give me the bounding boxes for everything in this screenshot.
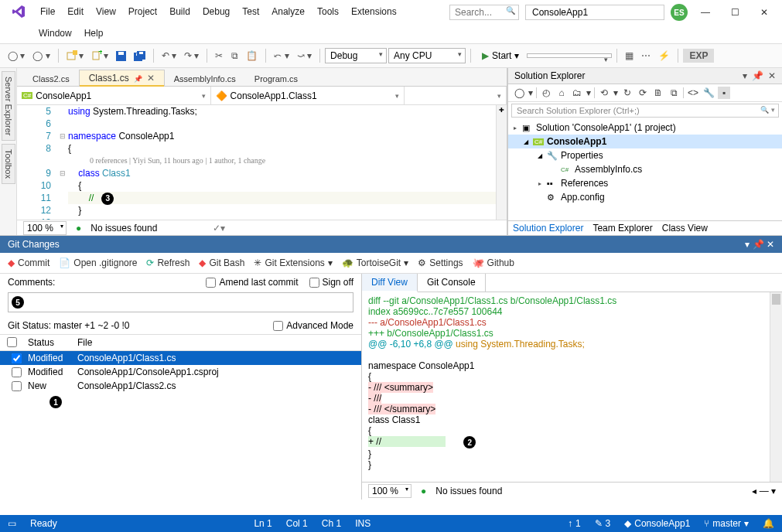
file-row[interactable]: New ConsoleApp1/Class2.cs xyxy=(0,379,361,393)
nav-type-combo[interactable]: 🔶ConsoleApp1.Class1 xyxy=(211,87,405,104)
commit-message-input[interactable]: 5 xyxy=(8,292,353,312)
file-row[interactable]: Modified ConsoleApp1/ConsoleApp1.csproj xyxy=(0,365,361,379)
tab-git-console[interactable]: Git Console xyxy=(418,274,486,292)
menu-help[interactable]: Help xyxy=(78,25,110,42)
menu-file[interactable]: File xyxy=(34,3,61,20)
refresh-button[interactable]: ⟳Refresh xyxy=(146,257,190,268)
tab-solution-explorer[interactable]: Solution Explorer xyxy=(513,223,583,234)
amend-checkbox[interactable]: Amend last commit xyxy=(206,277,298,288)
step-back-button[interactable]: ⤺ ▾ xyxy=(271,49,292,63)
collapse-icon[interactable]: 🗂 xyxy=(571,87,583,99)
solution-name-box[interactable]: ConsoleApp1 xyxy=(525,5,664,20)
show-all-icon[interactable]: ↻ xyxy=(621,87,633,99)
save-button[interactable] xyxy=(113,49,129,63)
quick-search-input[interactable]: Search... xyxy=(449,5,519,20)
zoom-combo[interactable]: 100 % xyxy=(23,221,67,235)
status-branch[interactable]: ⑂master ▾ xyxy=(704,518,749,529)
close-tab-icon[interactable]: ✕ xyxy=(147,73,155,84)
server-explorer-tab[interactable]: Server Explorer xyxy=(2,71,15,141)
sync-icon[interactable]: ◴ xyxy=(540,87,552,99)
col-status[interactable]: Status xyxy=(23,335,73,350)
toolbar-icon-2[interactable]: ⋯ xyxy=(638,49,654,63)
diff-scrollbar[interactable] xyxy=(770,292,782,482)
menu-project[interactable]: Project xyxy=(122,3,163,20)
github-button[interactable]: 🐙Github xyxy=(473,257,514,268)
tab-diff-view[interactable]: Diff View xyxy=(362,274,418,292)
redo-button[interactable]: ↷ ▾ xyxy=(181,49,202,63)
files-icon[interactable]: 🗎 xyxy=(652,87,664,99)
menu-test[interactable]: Test xyxy=(236,3,265,20)
settings-button[interactable]: ⚙Settings xyxy=(418,257,463,268)
launch-target-combo[interactable] xyxy=(527,53,612,58)
tab-class1[interactable]: Class1.cs📌✕ xyxy=(79,70,165,86)
minimize-button[interactable]: — xyxy=(694,3,717,22)
nav-member-combo[interactable] xyxy=(405,87,507,104)
new-project-button[interactable]: ▾ xyxy=(63,49,87,63)
close-panel-icon[interactable]: ✕ xyxy=(767,239,774,250)
pin-icon[interactable]: 📌 xyxy=(752,70,763,81)
advanced-mode-checkbox[interactable]: Advanced Mode xyxy=(273,320,353,331)
tab-team-explorer[interactable]: Team Explorer xyxy=(592,223,652,234)
paste-button[interactable]: 📋 xyxy=(243,49,261,63)
codelens[interactable]: 0 references | Yiyi Sun, 11 hours ago | … xyxy=(68,155,507,167)
commit-button[interactable]: ◆Commit xyxy=(8,257,50,268)
tree-assemblyinfo-node[interactable]: C#AssemblyInfo.cs xyxy=(508,162,782,176)
menu-build[interactable]: Build xyxy=(163,3,196,20)
refresh-icon[interactable]: ⟳ xyxy=(637,87,649,99)
menu-debug[interactable]: Debug xyxy=(196,3,236,20)
menu-analyze[interactable]: Analyze xyxy=(265,3,311,20)
exp-button[interactable]: EXP xyxy=(683,49,714,63)
solution-tree[interactable]: ▸▣Solution 'ConsoleApp1' (1 project) ◢C#… xyxy=(508,119,782,220)
editor-scrollbar[interactable]: ✚ xyxy=(496,105,507,220)
close-panel-icon[interactable]: ✕ xyxy=(768,70,776,81)
code-text[interactable]: using System.Threading.Tasks; namespace … xyxy=(68,105,507,220)
config-combo[interactable]: Debug xyxy=(325,48,387,63)
menu-window[interactable]: Window xyxy=(32,25,78,42)
tab-class2[interactable]: Class2.cs xyxy=(23,72,79,86)
menu-view[interactable]: View xyxy=(90,3,122,20)
nav-project-combo[interactable]: C#ConsoleApp1 xyxy=(17,87,211,104)
toolbar-icon-1[interactable]: ▦ xyxy=(622,49,637,63)
filter-icon[interactable]: ▪ xyxy=(718,87,730,99)
diff-text[interactable]: diff --git a/ConsoleApp1/Class1.cs b/Con… xyxy=(362,292,782,482)
nav-fwd-button[interactable]: ◯ ▾ xyxy=(29,49,53,63)
scope-icon[interactable]: ⟲ xyxy=(598,87,610,99)
diff-options-icon[interactable]: ◂ — ▾ xyxy=(752,486,776,496)
col-file[interactable]: File xyxy=(73,335,361,350)
tree-appconfig-node[interactable]: ⚙App.config xyxy=(508,190,782,204)
status-repo[interactable]: ◆ConsoleApp1 xyxy=(624,518,690,529)
tree-project-node[interactable]: ◢C#ConsoleApp1 xyxy=(508,135,782,148)
undo-button[interactable]: ↶ ▾ xyxy=(159,49,179,63)
status-push[interactable]: ↑1 xyxy=(568,518,581,529)
nav-back-button[interactable]: ◯ ▾ xyxy=(5,49,28,63)
code-surface[interactable]: 5678910111213 ⊟⊟ using System.Threading.… xyxy=(17,105,507,220)
add-item-button[interactable]: +▾ xyxy=(88,49,111,63)
health-indicator-icon[interactable]: ✓▾ xyxy=(213,223,225,234)
menu-tools[interactable]: Tools xyxy=(311,3,345,20)
tab-program[interactable]: Program.cs xyxy=(245,72,307,86)
panel-menu-icon[interactable]: ▾ xyxy=(743,70,747,81)
file-checkbox[interactable] xyxy=(12,353,22,363)
fold-column[interactable]: ⊟⊟ xyxy=(57,105,68,220)
copy-button[interactable]: ⧉ xyxy=(227,49,241,63)
home2-icon[interactable]: ⌂ xyxy=(555,87,568,99)
tab-class-view[interactable]: Class View xyxy=(662,223,708,234)
open-gitignore-button[interactable]: 📄Open .gitignore xyxy=(59,257,137,268)
git-bash-button[interactable]: ◆Git Bash xyxy=(199,257,244,268)
pin-icon[interactable]: 📌 xyxy=(134,75,142,83)
platform-combo[interactable]: Any CPU xyxy=(388,48,466,63)
close-button[interactable]: ✕ xyxy=(753,3,776,22)
file-row[interactable]: Modified ConsoleApp1/Class1.cs xyxy=(0,351,361,365)
copy2-icon[interactable]: ⧉ xyxy=(668,87,680,99)
toolbox-tab[interactable]: Toolbox xyxy=(2,144,15,184)
menu-extensions[interactable]: Extensions xyxy=(345,3,403,20)
pin-icon[interactable]: 📌 xyxy=(753,239,764,250)
panel-menu-icon[interactable]: ▾ xyxy=(745,239,750,250)
menu-edit[interactable]: Edit xyxy=(61,3,90,20)
tab-assemblyinfo[interactable]: AssemblyInfo.cs xyxy=(165,72,245,86)
git-extensions-button[interactable]: ✳Git Extensions ▾ xyxy=(254,257,332,268)
solution-search-input[interactable]: Search Solution Explorer (Ctrl+;) xyxy=(511,104,779,118)
notifications-icon[interactable]: 🔔 xyxy=(763,518,774,529)
select-all-checkbox[interactable] xyxy=(7,337,17,347)
cut-button[interactable]: ✂ xyxy=(212,49,226,63)
